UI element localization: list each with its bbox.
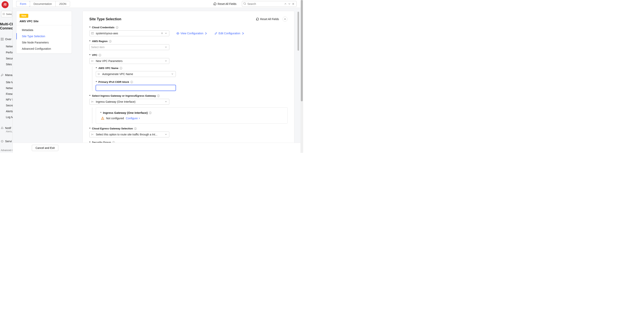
cloud-credentials-label: Cloud Credentials bbox=[92, 26, 114, 29]
ingress-gateway-box: *Ingress Gateway (One Interface) Not con… bbox=[96, 107, 288, 124]
search-box bbox=[242, 1, 296, 7]
info-icon bbox=[109, 40, 112, 43]
page-scrollbar[interactable] bbox=[300, 0, 303, 153]
branch-icon bbox=[91, 133, 94, 136]
bg-overview-head: Over bbox=[1, 37, 12, 41]
cloud-credentials-value: system/syous-aws bbox=[96, 32, 160, 35]
info-icon bbox=[130, 81, 133, 83]
svg-point-17 bbox=[178, 33, 178, 34]
info-icon bbox=[116, 26, 118, 29]
bg-footer: Advanced n bbox=[1, 149, 13, 152]
svg-point-14 bbox=[244, 2, 246, 4]
vpc-select[interactable]: New VPC Parameters bbox=[89, 58, 169, 64]
search-input[interactable] bbox=[246, 2, 284, 5]
cloud-egress-value: Select this option to route site traffic… bbox=[96, 133, 164, 136]
form-main-panel: Site Type Selection Reset All Fields *Cl… bbox=[82, 11, 294, 153]
chevron-down-icon bbox=[165, 133, 168, 136]
bg-manage-head: Mana bbox=[1, 73, 12, 77]
svg-rect-10 bbox=[2, 38, 3, 38]
aws-region-label: AWS Region bbox=[92, 40, 108, 43]
f5-logo-text: f5 bbox=[4, 3, 6, 7]
grid-icon bbox=[2, 13, 5, 15]
cloud-credentials-select[interactable]: system/syous-aws bbox=[89, 30, 169, 36]
branch-icon bbox=[91, 100, 94, 103]
branch-icon bbox=[91, 60, 94, 62]
cancel-and-exit-button[interactable]: Cancel and Exit bbox=[32, 145, 58, 151]
tab-documentation[interactable]: Documentation bbox=[30, 1, 56, 7]
form-nav-panel: New AWS VPC Site Metadata Site Type Sele… bbox=[16, 11, 72, 54]
info-icon bbox=[98, 54, 101, 56]
chevron-down-icon bbox=[165, 32, 168, 35]
svg-point-2 bbox=[4, 13, 5, 13]
svg-rect-12 bbox=[2, 39, 3, 40]
edit-configuration-link[interactable]: Edit Configuration bbox=[214, 32, 244, 35]
panel-scrollbar[interactable] bbox=[298, 12, 299, 51]
warning-icon bbox=[101, 117, 104, 120]
aws-region-placeholder: Select item bbox=[91, 46, 164, 49]
ref-icon bbox=[91, 32, 94, 35]
svg-point-4 bbox=[4, 14, 4, 14]
chevron-down-icon bbox=[171, 72, 174, 76]
modal-bottombar: Cancel and Exit bbox=[13, 143, 303, 153]
vpc-name-value: Autogenerate VPC Name bbox=[102, 72, 170, 76]
reset-all-fields-section[interactable]: Reset All Fields bbox=[256, 17, 279, 21]
chevron-down-icon bbox=[165, 100, 168, 103]
ig-box-title: Ingress Gateway (One Interface) bbox=[103, 111, 148, 114]
collapse-section-button[interactable] bbox=[282, 16, 288, 22]
cloud-egress-select[interactable]: Select this option to route site traffic… bbox=[89, 132, 169, 137]
svg-rect-9 bbox=[1, 38, 2, 38]
info-icon bbox=[120, 67, 122, 69]
svg-point-0 bbox=[3, 13, 3, 13]
configure-link[interactable]: Configure bbox=[126, 117, 140, 120]
clear-icon[interactable] bbox=[161, 32, 164, 35]
gateway-select[interactable]: Ingress Gateway (One Interface) bbox=[89, 99, 169, 105]
cidr-input-wrapper bbox=[96, 85, 176, 91]
tab-json[interactable]: JSON bbox=[56, 1, 70, 7]
aws-region-select[interactable]: Select item bbox=[89, 44, 169, 50]
vpc-label: VPC bbox=[92, 54, 97, 56]
svg-point-1 bbox=[4, 13, 4, 13]
svg-rect-16 bbox=[91, 32, 94, 34]
tab-form[interactable]: Form bbox=[16, 1, 30, 7]
nav-site-type-selection[interactable]: Site Type Selection bbox=[16, 33, 72, 39]
svg-point-7 bbox=[4, 15, 4, 15]
cidr-label: Primary IPv4 CIDR block bbox=[98, 80, 129, 83]
svg-point-3 bbox=[3, 14, 3, 14]
reset-section-label: Reset All Fields bbox=[260, 17, 279, 21]
selector-button-bg: Selec bbox=[1, 11, 12, 17]
nav-advanced-configuration[interactable]: Advanced Configuration bbox=[16, 46, 72, 52]
nav-metadata[interactable]: Metadata bbox=[16, 27, 72, 33]
vpc-name-label: AWS VPC Name bbox=[98, 67, 118, 69]
nav-site-node-parameters[interactable]: Site Node Parameters bbox=[16, 39, 72, 46]
section-title: Site Type Selection bbox=[89, 17, 121, 21]
reset-top-label: Reset All Fields bbox=[218, 2, 236, 5]
search-close-icon[interactable] bbox=[291, 2, 295, 6]
view-tabs: Form Documentation JSON bbox=[16, 1, 70, 7]
svg-rect-11 bbox=[1, 39, 2, 40]
ig-status-text: Not configured bbox=[106, 117, 124, 120]
svg-point-8 bbox=[4, 15, 5, 15]
panel-title: AWS VPC Site bbox=[20, 20, 68, 23]
search-icon bbox=[243, 2, 246, 6]
cloud-egress-label: Cloud Egress Gateway Selection bbox=[92, 127, 133, 130]
modal-topbar: Form Documentation JSON Reset All Fields bbox=[13, 0, 300, 8]
search-prev-icon[interactable] bbox=[284, 2, 287, 6]
info-icon bbox=[149, 111, 152, 114]
selector-button-text: Selec bbox=[6, 13, 12, 15]
svg-point-5 bbox=[4, 14, 5, 14]
gateway-select-label: Select Ingress Gateway or Ingress/Egress… bbox=[92, 94, 156, 97]
info-icon bbox=[134, 127, 137, 130]
f5-logo: f5 bbox=[2, 1, 8, 8]
vpc-name-select[interactable]: Autogenerate VPC Name bbox=[96, 71, 176, 77]
cidr-input[interactable] bbox=[98, 86, 174, 89]
svg-point-6 bbox=[3, 15, 3, 15]
chevron-down-icon bbox=[165, 59, 168, 62]
search-next-icon[interactable] bbox=[287, 2, 291, 6]
info-icon bbox=[157, 94, 160, 97]
new-badge: New bbox=[20, 14, 28, 18]
reset-all-fields-top[interactable]: Reset All Fields bbox=[214, 2, 236, 5]
vpc-value: New VPC Parameters bbox=[96, 59, 164, 62]
view-configuration-link[interactable]: View Configuration bbox=[176, 32, 208, 35]
chevron-down-icon bbox=[165, 46, 168, 49]
scrollbar-thumb[interactable] bbox=[301, 0, 303, 101]
